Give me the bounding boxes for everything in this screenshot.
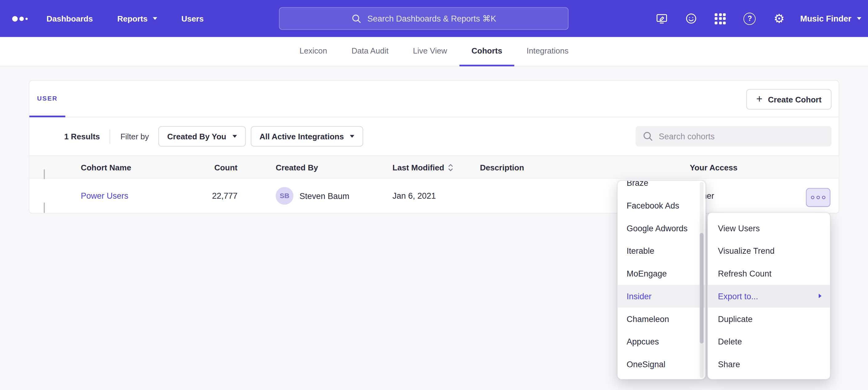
table-header: Cohort Name Count Created By Last Modifi… — [29, 155, 838, 179]
tab-integrations[interactable]: Integrations — [514, 37, 581, 66]
top-nav-links: Dashboards Reports Users — [46, 14, 204, 23]
mixpanel-logo[interactable] — [12, 16, 28, 21]
settings-gear-icon[interactable]: ⚙ — [767, 6, 792, 31]
tab-user-cohorts[interactable]: USER — [29, 81, 65, 118]
header-last-modified[interactable]: Last Modified — [393, 156, 454, 179]
app-root: Dashboards Reports Users Search Dashboar… — [0, 0, 868, 390]
create-cohort-button[interactable]: + Create Cohort — [746, 89, 832, 110]
cohort-search-input[interactable] — [636, 126, 832, 147]
search-icon — [351, 13, 361, 23]
chevron-down-icon — [350, 135, 354, 138]
account-menu[interactable]: Music Finder — [800, 14, 862, 23]
scrollbar-thumb[interactable] — [700, 233, 704, 344]
created-by-cell: SB Steven Baum — [276, 187, 349, 205]
chevron-down-icon — [232, 135, 237, 138]
main-content: USER + Create Cohort 1 Results Filter by… — [0, 66, 868, 390]
submenu-item-appcues[interactable]: Appcues — [618, 330, 705, 353]
last-modified-value: Jan 6, 2021 — [393, 179, 436, 213]
feedback-smiley-icon[interactable] — [679, 6, 703, 31]
account-name: Music Finder — [800, 14, 851, 23]
chevron-down-icon — [857, 17, 861, 20]
header-cohort-name: Cohort Name — [81, 156, 131, 179]
tab-live-view[interactable]: Live View — [401, 37, 459, 66]
menu-item-duplicate[interactable]: Duplicate — [708, 307, 830, 330]
menu-item-view-users[interactable]: View Users — [708, 217, 830, 239]
avatar: SB — [276, 187, 293, 205]
global-search[interactable]: Search Dashboards & Reports ⌘K — [279, 7, 568, 30]
cohorts-toolbar: 1 Results Filter by Created By You All A… — [29, 117, 838, 155]
nav-item-users-label: Users — [181, 14, 204, 23]
cohorts-card: USER + Create Cohort 1 Results Filter by… — [29, 80, 839, 214]
submenu-item-onesignal[interactable]: OneSignal — [618, 353, 705, 376]
sort-icon — [448, 163, 454, 172]
top-nav-right: ? ⚙ Music Finder — [645, 0, 861, 37]
submenu-item-facebook-ads[interactable]: Facebook Ads — [618, 194, 705, 217]
submenu-item-chameleon[interactable]: Chameleon — [618, 307, 705, 330]
tab-lexicon[interactable]: Lexicon — [287, 37, 339, 66]
menu-item-visualize-trend[interactable]: Visualize Trend — [708, 239, 830, 262]
submenu-item-google-adwords[interactable]: Google Adwords — [618, 217, 705, 239]
export-submenu-list: Braze Facebook Ads Google Adwords Iterab… — [618, 180, 705, 376]
submenu-item-moengage[interactable]: MoEngage — [618, 262, 705, 285]
filter-by-label: Filter by — [120, 132, 149, 141]
submenu-arrow-icon — [819, 294, 822, 298]
nav-item-reports[interactable]: Reports — [117, 14, 157, 23]
cohort-count: 22,777 — [171, 179, 238, 213]
submenu-item-iterable[interactable]: Iterable — [618, 239, 705, 262]
header-description: Description — [480, 156, 524, 179]
global-search-placeholder: Search Dashboards & Reports ⌘K — [368, 13, 496, 23]
nav-item-dashboards[interactable]: Dashboards — [46, 14, 93, 23]
submenu-item-insider[interactable]: Insider — [618, 285, 705, 307]
table-row: Power Users 22,777 SB Steven Baum Jan 6,… — [29, 179, 838, 213]
menu-item-share[interactable]: Share — [708, 353, 830, 376]
top-nav: Dashboards Reports Users Search Dashboar… — [0, 0, 868, 37]
row-actions-button[interactable] — [806, 188, 831, 207]
nav-item-dashboards-label: Dashboards — [46, 14, 93, 23]
row-context-menu: View Users Visualize Trend Refresh Count… — [707, 213, 830, 380]
board-pencil-icon[interactable] — [649, 6, 674, 31]
row-checkbox[interactable] — [44, 202, 45, 213]
chevron-down-icon — [153, 17, 157, 20]
header-created-by: Created By — [276, 156, 318, 179]
secondary-nav: Lexicon Data Audit Live View Cohorts Int… — [0, 37, 868, 66]
created-by-filter[interactable]: Created By You — [158, 126, 246, 147]
apps-grid-icon[interactable] — [708, 6, 733, 31]
divider — [110, 129, 111, 143]
menu-item-export-to[interactable]: Export to... — [708, 285, 830, 307]
results-count: 1 Results — [64, 132, 100, 141]
menu-item-delete[interactable]: Delete — [708, 330, 830, 353]
nav-item-reports-label: Reports — [117, 14, 148, 23]
cohort-name-link[interactable]: Power Users — [81, 179, 128, 213]
export-submenu: Braze Facebook Ads Google Adwords Iterab… — [617, 180, 706, 379]
tab-data-audit[interactable]: Data Audit — [339, 37, 400, 66]
header-count: Count — [171, 156, 238, 179]
help-icon[interactable]: ? — [738, 6, 762, 31]
menu-item-refresh-count[interactable]: Refresh Count — [708, 262, 830, 285]
select-all-checkbox[interactable] — [44, 169, 45, 179]
tab-cohorts[interactable]: Cohorts — [459, 37, 514, 66]
plus-icon: + — [756, 94, 763, 104]
header-your-access: Your Access — [690, 156, 738, 179]
created-by-name: Steven Baum — [300, 191, 349, 200]
cohort-search — [636, 126, 832, 147]
nav-item-users[interactable]: Users — [181, 14, 204, 23]
integrations-filter[interactable]: All Active Integrations — [251, 126, 363, 147]
card-header: USER + Create Cohort — [29, 81, 838, 118]
submenu-item-braze[interactable]: Braze — [618, 180, 705, 194]
